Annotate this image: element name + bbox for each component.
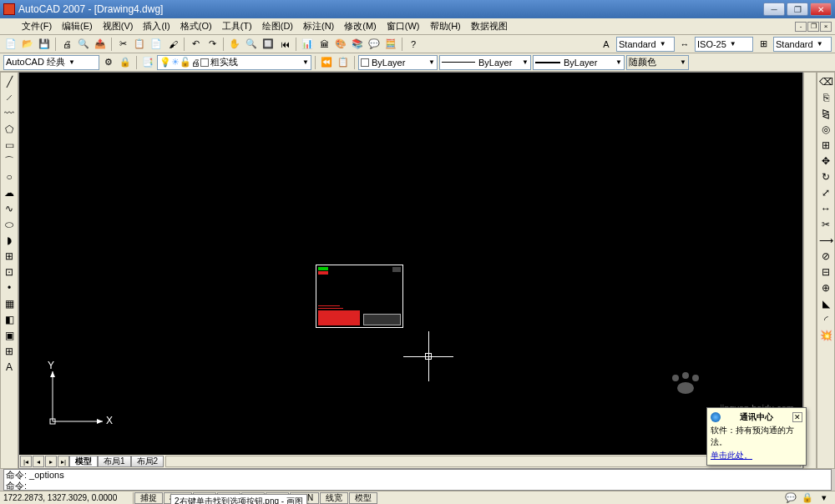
- break-point-tool[interactable]: ⊘: [817, 249, 834, 264]
- layer-props-button[interactable]: 📑: [140, 55, 155, 70]
- plot-style-dropdown[interactable]: 随颜色▼: [626, 55, 689, 70]
- point-tool[interactable]: •: [1, 280, 18, 295]
- comm-center-close[interactable]: ✕: [792, 412, 802, 422]
- extend-tool[interactable]: ⟶: [817, 233, 834, 248]
- zoom-prev-button[interactable]: ⏮: [277, 37, 292, 52]
- table-style-icon[interactable]: ⊞: [756, 37, 771, 52]
- menu-插入I[interactable]: 插入(I): [138, 19, 175, 33]
- fillet-tool[interactable]: ◜: [817, 312, 834, 327]
- trim-tool[interactable]: ✂: [817, 217, 834, 232]
- make-block-tool[interactable]: ⊡: [1, 265, 18, 280]
- status-toggle-0[interactable]: 捕捉: [134, 492, 163, 504]
- rectangle-tool[interactable]: ▭: [1, 138, 18, 153]
- copy-tool[interactable]: ⎘: [817, 90, 834, 105]
- menu-窗口W[interactable]: 窗口(W): [382, 19, 425, 33]
- layer-state-button[interactable]: 📋: [336, 55, 351, 70]
- region-tool[interactable]: ▣: [1, 328, 18, 343]
- polygon-tool[interactable]: ⬠: [1, 122, 18, 137]
- circle-tool[interactable]: ○: [1, 169, 18, 184]
- tool-palette-button[interactable]: 🎨: [333, 37, 348, 52]
- text-style-dropdown[interactable]: Standard▼: [616, 37, 675, 52]
- zoom-rt-button[interactable]: 🔍: [244, 37, 259, 52]
- explode-tool[interactable]: 💥: [817, 328, 834, 343]
- revcloud-tool[interactable]: ☁: [1, 185, 18, 200]
- command-window[interactable]: 命令: _options 命令:: [3, 469, 832, 491]
- insert-block-tool[interactable]: ⊞: [1, 249, 18, 264]
- undo-button[interactable]: ↶: [188, 37, 203, 52]
- move-tool[interactable]: ✥: [817, 154, 834, 169]
- horizontal-scrollbar[interactable]: [165, 456, 801, 467]
- menu-视图V[interactable]: 视图(V): [98, 19, 139, 33]
- ellipse-arc-tool[interactable]: ◗: [1, 233, 18, 248]
- comm-center-link[interactable]: 单击此处。: [711, 451, 752, 460]
- properties-button[interactable]: 📊: [300, 37, 315, 52]
- stretch-tool[interactable]: ↔: [817, 201, 834, 216]
- calc-button[interactable]: 🧮: [383, 37, 398, 52]
- chamfer-tool[interactable]: ◣: [817, 296, 834, 311]
- new-button[interactable]: 📄: [3, 37, 18, 52]
- copy-button[interactable]: 📋: [132, 37, 147, 52]
- layer-prev-button[interactable]: ⏪: [319, 55, 334, 70]
- xline-tool[interactable]: ⟋: [1, 90, 18, 105]
- gradient-tool[interactable]: ◧: [1, 312, 18, 327]
- spline-tool[interactable]: ∿: [1, 201, 18, 216]
- menu-绘图D[interactable]: 绘图(D): [257, 19, 298, 33]
- workspace-settings-button[interactable]: ⚙: [101, 55, 116, 70]
- menu-标注N[interactable]: 标注(N): [298, 19, 339, 33]
- join-tool[interactable]: ⊕: [817, 280, 834, 295]
- print-preview-button[interactable]: 🔍: [76, 37, 91, 52]
- tab-nav-prev[interactable]: ◂: [33, 456, 44, 467]
- paste-button[interactable]: 📄: [149, 37, 164, 52]
- color-dropdown[interactable]: ByLayer▼: [358, 55, 438, 70]
- command-prompt[interactable]: 命令:: [4, 481, 831, 491]
- mirror-tool[interactable]: ⧎: [817, 106, 834, 121]
- dim-style-icon[interactable]: ↔: [677, 37, 692, 52]
- zoom-win-button[interactable]: 🔲: [261, 37, 276, 52]
- lock-tray-icon[interactable]: 🔒: [800, 491, 815, 505]
- mdi-minimize-button[interactable]: -: [795, 22, 807, 32]
- arc-tool[interactable]: ⌒: [1, 154, 18, 169]
- menu-数据视图[interactable]: 数据视图: [466, 19, 513, 33]
- help-button[interactable]: ?: [406, 37, 421, 52]
- offset-tool[interactable]: ◎: [817, 122, 834, 137]
- polyline-tool[interactable]: 〰: [1, 106, 18, 121]
- mdi-restore-button[interactable]: ❐: [807, 22, 819, 32]
- break-tool[interactable]: ⊟: [817, 265, 834, 280]
- table-style-dropdown[interactable]: Standard▼: [773, 37, 832, 52]
- publish-button[interactable]: 📤: [93, 37, 108, 52]
- table-tool[interactable]: ⊞: [1, 344, 18, 359]
- dim-style-dropdown[interactable]: ISO-25▼: [695, 37, 753, 52]
- design-center-button[interactable]: 🏛: [316, 37, 331, 52]
- tab-model[interactable]: 模型: [69, 456, 98, 467]
- menu-工具T[interactable]: 工具(T): [217, 19, 257, 33]
- menu-编辑E[interactable]: 编辑(E): [57, 19, 98, 33]
- match-prop-button[interactable]: 🖌: [165, 37, 180, 52]
- workspace-lock-button[interactable]: 🔒: [118, 55, 133, 70]
- coordinates-display[interactable]: 1722.2873, 1327.3029, 0.0000: [0, 492, 134, 504]
- hatch-tool[interactable]: ▦: [1, 296, 18, 311]
- markup-button[interactable]: 💬: [367, 37, 382, 52]
- taskbar-window-hint[interactable]: 2右键单击找到选项按钮.png - 画图: [170, 494, 307, 504]
- array-tool[interactable]: ⊞: [817, 138, 834, 153]
- tab-nav-next[interactable]: ▸: [45, 456, 57, 467]
- tab-layout1[interactable]: 布局1: [98, 456, 131, 467]
- status-toggle-8[interactable]: 模型: [349, 492, 377, 504]
- text-style-icon[interactable]: A: [599, 37, 614, 52]
- menu-格式O[interactable]: 格式(O): [175, 19, 217, 33]
- tab-nav-first[interactable]: |◂: [20, 456, 32, 467]
- close-button[interactable]: ✕: [810, 3, 832, 16]
- ellipse-tool[interactable]: ⬭: [1, 217, 18, 232]
- mtext-tool[interactable]: A: [1, 360, 18, 375]
- minimize-button[interactable]: ─: [763, 3, 785, 16]
- redo-button[interactable]: ↷: [205, 37, 220, 52]
- menu-文件F[interactable]: 文件(F): [17, 19, 57, 33]
- menu-修改M[interactable]: 修改(M): [339, 19, 382, 33]
- comm-center-tray-icon[interactable]: 💬: [783, 491, 798, 505]
- drawing-viewport[interactable]: X Y jingyan.baidu.com |◂ ◂ ▸ ▸| 模型 布局1 布…: [18, 72, 803, 469]
- linetype-dropdown[interactable]: ByLayer▼: [439, 55, 531, 70]
- maximize-button[interactable]: ❐: [787, 3, 808, 16]
- menu-帮助H[interactable]: 帮助(H): [425, 19, 466, 33]
- open-button[interactable]: 📂: [20, 37, 35, 52]
- save-button[interactable]: 💾: [37, 37, 52, 52]
- tray-expand-icon[interactable]: ▾: [817, 491, 832, 505]
